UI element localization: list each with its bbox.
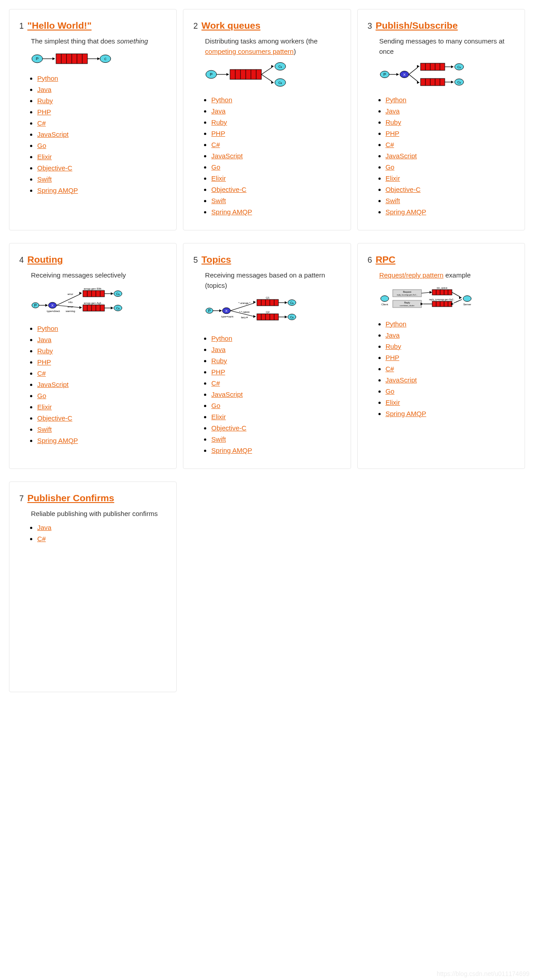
lang-link-ruby[interactable]: Ruby <box>211 118 227 126</box>
lang-link-python[interactable]: Python <box>386 320 407 328</box>
svg-text:P: P <box>210 72 213 77</box>
lang-link-java[interactable]: Java <box>37 524 52 531</box>
lang-link-swift[interactable]: Swift <box>37 175 52 183</box>
tutorial-title-link[interactable]: Publish/Subscribe <box>376 20 458 31</box>
lang-item: JavaScript <box>37 130 166 138</box>
lang-link-javascript[interactable]: JavaScript <box>37 130 69 138</box>
lang-item: Spring AMQP <box>37 186 166 194</box>
lang-link-elixir[interactable]: Elixir <box>37 153 52 160</box>
svg-rect-76 <box>83 291 104 297</box>
lang-item: PHP <box>386 354 515 361</box>
lang-link-ruby[interactable]: Ruby <box>37 347 53 355</box>
tutorial-title-row: 5 Topics <box>193 254 340 265</box>
lang-link-php[interactable]: PHP <box>211 368 225 376</box>
lang-item: PHP <box>211 368 340 376</box>
lang-link-go[interactable]: Go <box>211 163 220 171</box>
lang-link-spring-amqp[interactable]: Spring AMQP <box>211 447 252 454</box>
competing-consumers-link[interactable]: competing consumers pattern <box>205 48 294 55</box>
request-reply-link[interactable]: Request/reply pattern <box>379 271 443 279</box>
lang-link-elixir[interactable]: Elixir <box>37 403 52 411</box>
lang-link-ruby[interactable]: Ruby <box>386 118 401 126</box>
lang-link-spring-amqp[interactable]: Spring AMQP <box>386 410 426 417</box>
lang-link-java[interactable]: Java <box>211 346 226 353</box>
lang-link-objective-c[interactable]: Objective-C <box>386 186 421 193</box>
lang-link-ruby[interactable]: Ruby <box>37 97 53 104</box>
svg-text:C₂: C₂ <box>457 81 461 84</box>
lang-item: Ruby <box>211 357 340 364</box>
lang-link-php[interactable]: PHP <box>37 108 51 116</box>
svg-rect-47 <box>421 78 445 86</box>
lang-link-python[interactable]: Python <box>211 334 232 342</box>
tutorial-title-link[interactable]: Work queues <box>201 20 260 31</box>
lang-link-objective-c[interactable]: Objective-C <box>37 164 72 172</box>
lang-link-objective-c[interactable]: Objective-C <box>211 186 246 193</box>
lang-link-python[interactable]: Python <box>37 74 58 82</box>
lang-link-php[interactable]: PHP <box>37 358 51 366</box>
svg-text:type=topic: type=topic <box>221 315 234 318</box>
lang-link-swift[interactable]: Swift <box>211 435 226 443</box>
lang-link-go[interactable]: Go <box>386 163 395 171</box>
svg-marker-53 <box>451 65 454 68</box>
tutorial-title-link[interactable]: Publisher Confirms <box>27 493 114 503</box>
lang-link-elixir[interactable]: Elixir <box>386 399 400 406</box>
lang-link-java[interactable]: Java <box>386 331 400 339</box>
lang-link-elixir[interactable]: Elixir <box>386 174 400 182</box>
lang-link-java[interactable]: Java <box>211 107 226 115</box>
lang-item: Ruby <box>37 97 166 104</box>
lang-item: Spring AMQP <box>211 208 340 216</box>
lang-item: C# <box>211 141 340 148</box>
lang-link-javascript[interactable]: JavaScript <box>211 152 243 160</box>
lang-link-elixir[interactable]: Elixir <box>211 174 226 182</box>
lang-link-spring-amqp[interactable]: Spring AMQP <box>386 208 426 216</box>
lang-link-c-[interactable]: C# <box>211 141 220 148</box>
lang-link-javascript[interactable]: JavaScript <box>211 390 243 398</box>
lang-link-ruby[interactable]: Ruby <box>211 357 227 364</box>
lang-link-php[interactable]: PHP <box>386 354 399 361</box>
lang-link-javascript[interactable]: JavaScript <box>37 381 69 388</box>
lang-link-c-[interactable]: C# <box>386 365 394 373</box>
tutorial-title-link[interactable]: RPC <box>376 254 395 265</box>
tutorial-card-2: 2 Work queues Distributing tasks among w… <box>183 9 351 230</box>
lang-link-c-[interactable]: C# <box>37 119 46 127</box>
tutorial-card-3: 3 Publish/Subscribe Sending messages to … <box>357 9 525 230</box>
tutorial-title-link[interactable]: "Hello World!" <box>27 20 91 31</box>
lang-item: Java <box>211 107 340 115</box>
svg-text:C₂: C₂ <box>278 81 282 84</box>
lang-link-spring-amqp[interactable]: Spring AMQP <box>37 186 78 194</box>
lang-link-swift[interactable]: Swift <box>211 197 226 204</box>
svg-marker-63 <box>45 304 48 307</box>
lang-link-java[interactable]: Java <box>37 336 52 343</box>
lang-link-c-[interactable]: C# <box>37 369 46 377</box>
lang-item: Elixir <box>211 413 340 421</box>
lang-link-objective-c[interactable]: Objective-C <box>37 414 72 422</box>
lang-link-spring-amqp[interactable]: Spring AMQP <box>37 437 78 444</box>
lang-link-objective-c[interactable]: Objective-C <box>211 424 246 432</box>
lang-link-c-[interactable]: C# <box>211 379 220 387</box>
lang-link-spring-amqp[interactable]: Spring AMQP <box>211 208 252 216</box>
lang-link-python[interactable]: Python <box>211 96 232 104</box>
lang-link-php[interactable]: PHP <box>211 130 225 137</box>
lang-link-javascript[interactable]: JavaScript <box>386 152 417 160</box>
svg-line-26 <box>261 74 272 82</box>
lang-item: Python <box>37 74 166 82</box>
lang-link-go[interactable]: Go <box>386 387 395 395</box>
tutorial-title-link[interactable]: Routing <box>27 254 63 265</box>
tutorial-title-link[interactable]: Topics <box>201 254 231 265</box>
lang-link-c-[interactable]: C# <box>386 141 394 148</box>
lang-link-php[interactable]: PHP <box>386 130 399 137</box>
lang-link-javascript[interactable]: JavaScript <box>386 376 417 384</box>
lang-link-java[interactable]: Java <box>37 86 52 93</box>
lang-link-python[interactable]: Python <box>386 96 407 104</box>
lang-link-go[interactable]: Go <box>37 142 46 149</box>
lang-link-java[interactable]: Java <box>386 107 400 115</box>
lang-link-ruby[interactable]: Ruby <box>386 343 401 350</box>
svg-marker-27 <box>271 81 274 84</box>
lang-link-go[interactable]: Go <box>37 392 46 399</box>
lang-link-c-[interactable]: C# <box>37 535 46 542</box>
lang-link-elixir[interactable]: Elixir <box>211 413 226 421</box>
lang-link-swift[interactable]: Swift <box>386 197 400 204</box>
lang-link-go[interactable]: Go <box>211 402 220 409</box>
lang-link-python[interactable]: Python <box>37 325 58 332</box>
lang-link-swift[interactable]: Swift <box>37 425 52 433</box>
tutorial-card-5: 5 Topics Receiving messages based on a p… <box>183 243 351 469</box>
